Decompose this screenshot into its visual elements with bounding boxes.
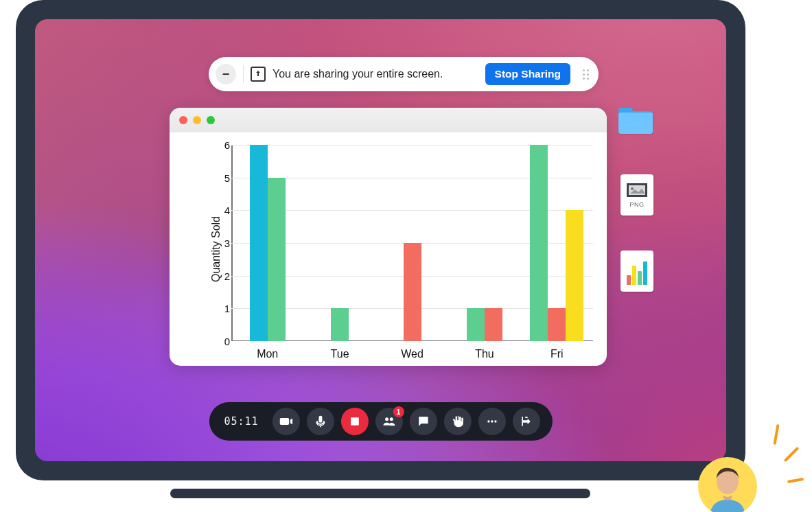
- stop-sharing-button[interactable]: Stop Sharing: [485, 63, 570, 85]
- y-tick-label: 4: [224, 205, 230, 216]
- svg-point-2: [631, 187, 634, 190]
- spark-icon: [773, 424, 779, 445]
- desktop-screen: − You are sharing your entire screen. St…: [35, 19, 726, 461]
- people-icon: [382, 415, 396, 428]
- chart-window: Quantity Sold 0123456 MonTueWedThuFri: [170, 108, 607, 366]
- spark-icon: [787, 478, 804, 483]
- y-tick-label: 6: [224, 139, 230, 151]
- chart-area: Quantity Sold 0123456 MonTueWedThuFri: [170, 132, 607, 366]
- camera-icon: [279, 415, 293, 428]
- spark-icon: [784, 447, 800, 463]
- chart-file-icon: [627, 275, 631, 285]
- share-screen-icon: [348, 415, 362, 428]
- bar: [485, 308, 502, 341]
- x-tick-label: Fri: [521, 348, 593, 360]
- maximize-icon[interactable]: [207, 116, 215, 124]
- screen-share-notice: − You are sharing your entire screen. St…: [209, 57, 599, 91]
- y-tick-label: 0: [224, 336, 230, 347]
- image-file-icon: [627, 183, 647, 197]
- svg-point-3: [487, 420, 489, 422]
- x-tick-label: Tue: [303, 348, 375, 360]
- svg-point-4: [491, 420, 493, 422]
- bar: [566, 210, 583, 341]
- divider: [243, 65, 244, 83]
- bar: [467, 308, 485, 341]
- bar: [548, 308, 566, 341]
- minimize-icon[interactable]: [193, 116, 201, 124]
- share-message: You are sharing your entire screen.: [272, 68, 478, 80]
- microphone-button[interactable]: [307, 408, 334, 435]
- x-tick-label: Mon: [231, 348, 303, 360]
- minus-icon: −: [222, 67, 230, 82]
- bar: [404, 243, 421, 341]
- bar-group: [303, 145, 375, 341]
- drag-handle-icon[interactable]: [583, 69, 589, 80]
- raise-hand-button[interactable]: [444, 408, 472, 435]
- desktop-png-file[interactable]: PNG: [620, 174, 653, 216]
- meeting-control-bar: 05:11 1: [209, 402, 552, 441]
- close-icon[interactable]: [179, 116, 187, 124]
- participants-badge: 1: [393, 406, 404, 417]
- camera-button[interactable]: [272, 408, 300, 435]
- device-stand: [170, 489, 590, 498]
- bar-group: [448, 145, 520, 341]
- upload-icon: [251, 67, 266, 82]
- more-icon: [485, 415, 499, 428]
- bar-group: [521, 145, 593, 341]
- share-screen-button[interactable]: [341, 408, 369, 435]
- y-tick-label: 3: [224, 237, 230, 249]
- bar: [250, 145, 268, 341]
- bar-group: [376, 145, 448, 341]
- leave-icon: [520, 415, 533, 428]
- folder-icon: [617, 106, 654, 135]
- y-tick-label: 1: [224, 303, 230, 314]
- x-tick-label: Thu: [448, 348, 520, 360]
- bar: [268, 178, 286, 341]
- bar: [530, 145, 548, 341]
- file-type-label: PNG: [629, 201, 644, 208]
- device-frame: − You are sharing your entire screen. St…: [16, 0, 745, 480]
- bars-container: [231, 145, 593, 341]
- minimize-button[interactable]: −: [216, 64, 236, 84]
- bar: [331, 308, 349, 341]
- desktop-chart-file[interactable]: [620, 251, 653, 292]
- participants-button[interactable]: 1: [375, 408, 403, 435]
- person-icon: [703, 463, 752, 512]
- x-tick-label: Wed: [376, 348, 448, 360]
- chat-icon: [417, 415, 430, 428]
- chat-button[interactable]: [410, 408, 437, 435]
- more-options-button[interactable]: [478, 408, 506, 435]
- microphone-icon: [314, 415, 327, 428]
- y-tick-label: 5: [224, 172, 230, 183]
- presenter-avatar: [698, 457, 757, 512]
- hand-icon: [451, 415, 465, 428]
- svg-point-5: [494, 420, 496, 422]
- y-tick-label: 2: [224, 270, 230, 281]
- window-titlebar[interactable]: [170, 108, 607, 132]
- bar-group: [231, 145, 303, 341]
- leave-call-button[interactable]: [513, 408, 540, 435]
- x-axis-labels: MonTueWedThuFri: [231, 348, 593, 360]
- chart-plot: 0123456: [231, 145, 593, 341]
- desktop-folder[interactable]: [617, 106, 654, 135]
- call-timer: 05:11: [224, 415, 258, 428]
- avatar-circle: [698, 457, 757, 512]
